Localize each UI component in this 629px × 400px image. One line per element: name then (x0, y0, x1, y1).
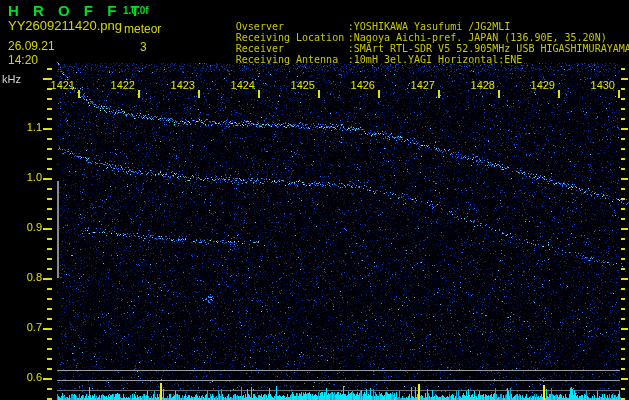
antenna-value: :10mH 3el.YAGI Horizontal:ENE (348, 54, 523, 65)
datetime-label: 26.09.21 14:20 (8, 39, 55, 67)
time-axis-label: 1422 (93, 79, 135, 91)
freq-axis-label: 0.6 (6, 371, 42, 383)
time-axis-label: 1430 (573, 79, 615, 91)
meteor-count: 3 (140, 40, 147, 54)
freq-axis-label: 0.7 (6, 321, 42, 333)
hrofft-window: H R O F F T 1.0.0f YY2609211420.png mete… (0, 0, 629, 400)
time-axis-label: 1429 (513, 79, 555, 91)
time-axis-label: 1421 (33, 79, 75, 91)
freq-axis-unit: kHz (2, 73, 21, 85)
station-info: Ovserver:YOSHIKAWA Yasufumi /JG2MLI Rece… (178, 8, 629, 52)
freq-axis-label: 0.8 (6, 271, 42, 283)
freq-axis-label: 0.9 (6, 221, 42, 233)
freq-axis-label: 1.1 (6, 121, 42, 133)
time-axis-label: 1428 (453, 79, 495, 91)
mode-label: meteor (124, 22, 161, 36)
output-filename: YY2609211420.png (8, 18, 122, 33)
app-version: 1.0.0f (123, 5, 149, 16)
info-row-observer: Ovserver:YOSHIKAWA Yasufumi /JG2MLI (178, 8, 629, 19)
freq-axis-label: 1.0 (6, 171, 42, 183)
time-axis-label: 1425 (273, 79, 315, 91)
time-axis-label: 1426 (333, 79, 375, 91)
time-axis-label: 1427 (393, 79, 435, 91)
antenna-label: Receiving Antenna (236, 54, 348, 65)
time-axis-label: 1423 (153, 79, 195, 91)
time-axis-label: 1424 (213, 79, 255, 91)
